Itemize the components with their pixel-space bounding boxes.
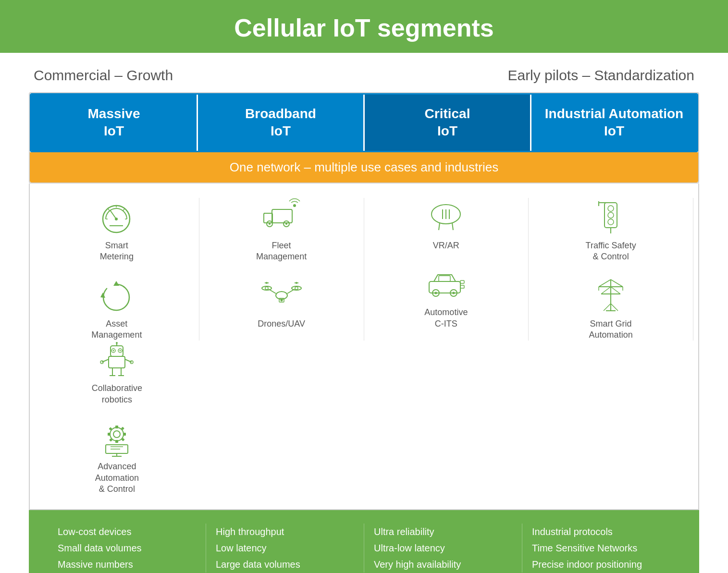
- svg-rect-86: [123, 433, 126, 436]
- feature-2-3: Large data volumes: [216, 556, 354, 573]
- feature-4-2: Time Sensitive Networks: [532, 540, 670, 556]
- label-fleet: FleetManagement: [256, 240, 307, 263]
- phase-label-right: Early pilots – Standardization: [507, 67, 694, 84]
- svg-line-58: [601, 287, 611, 294]
- robot-icon: [95, 341, 138, 379]
- feature-1-3: Massive numbers: [58, 556, 196, 573]
- label-automotive: AutomotiveC-ITS: [424, 307, 468, 329]
- feature-3-1: Ultra reliability: [374, 524, 512, 540]
- svg-line-4: [108, 209, 110, 210]
- svg-line-61: [604, 304, 611, 311]
- svg-rect-45: [460, 285, 464, 288]
- svg-point-17: [285, 223, 287, 225]
- uc-col-3: VR/AR: [364, 198, 529, 341]
- features-col-4: Industrial protocols Time Sensitive Netw…: [522, 524, 680, 573]
- vrar-icon: [424, 198, 468, 236]
- uc-col-1: SmartMetering AssetManagement: [35, 198, 199, 341]
- use-case-drones: Drones/UAV: [243, 276, 320, 329]
- use-case-advanced: AdvancedAutomation& Control: [78, 419, 155, 495]
- use-case-asset-management: AssetManagement: [78, 276, 155, 341]
- segment-industrial: Industrial AutomationIoT: [531, 95, 697, 151]
- segment-massive: MassiveIoT: [31, 95, 198, 151]
- svg-rect-38: [429, 281, 460, 293]
- svg-line-5: [123, 209, 125, 210]
- feature-3-3: Very high availability: [374, 556, 512, 573]
- svg-rect-46: [605, 203, 617, 228]
- segment-broadband: BroadbandIoT: [198, 95, 365, 151]
- svg-point-15: [269, 223, 271, 225]
- svg-point-68: [113, 350, 114, 351]
- label-advanced: AdvancedAutomation& Control: [95, 461, 139, 495]
- drones-icon: [260, 276, 303, 315]
- svg-point-69: [120, 350, 121, 351]
- uc-col-4: Traffic Safety& Control: [529, 198, 693, 341]
- svg-point-82: [113, 431, 120, 438]
- label-asset-management: AssetManagement: [91, 318, 142, 341]
- use-case-automotive: AutomotiveC-ITS: [407, 265, 484, 329]
- uc-col-5: Collaborativerobotics: [35, 341, 199, 495]
- svg-rect-43: [439, 276, 450, 281]
- use-case-fleet: FleetManagement: [243, 198, 320, 263]
- svg-line-59: [611, 287, 620, 294]
- svg-point-31: [280, 299, 283, 302]
- svg-point-42: [453, 292, 455, 294]
- svg-point-24: [265, 287, 268, 290]
- label-vrar: VR/AR: [433, 240, 459, 251]
- svg-point-71: [116, 342, 118, 344]
- automotive-icon: [424, 265, 468, 303]
- svg-line-56: [599, 280, 611, 287]
- asset-icon: [95, 276, 138, 315]
- svg-rect-44: [460, 280, 464, 283]
- header: Cellular IoT segments: [0, 0, 728, 53]
- svg-point-81: [110, 427, 123, 441]
- use-case-smartgrid: Smart GridAutomation: [572, 276, 649, 341]
- svg-rect-85: [108, 433, 111, 436]
- svg-line-6: [111, 211, 116, 219]
- svg-line-34: [452, 223, 453, 230]
- feature-1-1: Low-cost devices: [58, 524, 196, 540]
- meter-icon: [95, 198, 138, 236]
- svg-line-57: [611, 280, 623, 287]
- use-cases-grid: SmartMetering AssetManagement: [29, 183, 699, 511]
- fleet-icon: [260, 198, 303, 236]
- svg-rect-72: [109, 356, 125, 368]
- features-col-1: Low-cost devices Small data volumes Mass…: [48, 524, 206, 573]
- segments-row: MassiveIoT BroadbandIoT CriticalIoT Indu…: [30, 93, 698, 152]
- svg-point-18: [293, 204, 296, 207]
- svg-marker-9: [113, 281, 119, 286]
- svg-rect-83: [115, 426, 118, 428]
- svg-point-40: [435, 292, 437, 294]
- use-case-smart-metering: SmartMetering: [78, 198, 155, 263]
- smartgrid-icon: [589, 276, 632, 315]
- main-content: Commercial – Growth Early pilots – Stand…: [0, 53, 728, 573]
- features-col-3: Ultra reliability Ultra-low latency Very…: [364, 524, 522, 573]
- advanced-icon: [95, 419, 138, 457]
- feature-2-1: High throughput: [216, 524, 354, 540]
- svg-point-25: [295, 287, 298, 290]
- uc-col-2: FleetManagement: [199, 198, 364, 341]
- phase-labels: Commercial – Growth Early pilots – Stand…: [29, 67, 699, 84]
- use-case-traffic: Traffic Safety& Control: [572, 198, 649, 263]
- svg-point-49: [608, 219, 614, 225]
- traffic-icon: [589, 198, 632, 236]
- segment-critical: CriticalIoT: [365, 95, 531, 151]
- label-traffic: Traffic Safety& Control: [586, 240, 636, 263]
- feature-1-2: Small data volumes: [58, 540, 196, 556]
- page-title: Cellular IoT segments: [10, 13, 718, 42]
- features-section: Low-cost devices Small data volumes Mass…: [29, 510, 699, 573]
- svg-rect-84: [115, 440, 118, 443]
- phase-label-left: Commercial – Growth: [34, 67, 173, 84]
- network-banner: One network – multiple use cases and ind…: [30, 152, 698, 183]
- label-robot: Collaborativerobotics: [92, 383, 142, 405]
- feature-3-2: Ultra-low latency: [374, 540, 512, 556]
- feature-2-2: Low latency: [216, 540, 354, 556]
- top-section: MassiveIoT BroadbandIoT CriticalIoT Indu…: [29, 92, 699, 183]
- svg-point-48: [608, 212, 614, 218]
- svg-line-33: [439, 223, 440, 230]
- use-case-vrar: VR/AR: [407, 198, 484, 251]
- svg-line-62: [611, 304, 618, 311]
- feature-4-3: Precise indoor positioning: [532, 556, 670, 573]
- features-col-2: High throughput Low latency Large data v…: [206, 524, 364, 573]
- svg-rect-11: [272, 209, 292, 223]
- svg-point-7: [115, 218, 118, 220]
